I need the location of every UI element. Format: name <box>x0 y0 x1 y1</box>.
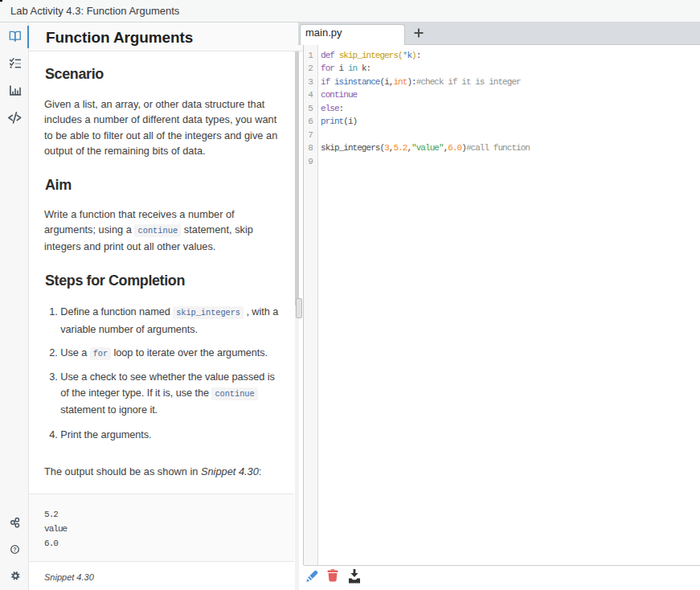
svg-text:?: ? <box>14 547 17 552</box>
